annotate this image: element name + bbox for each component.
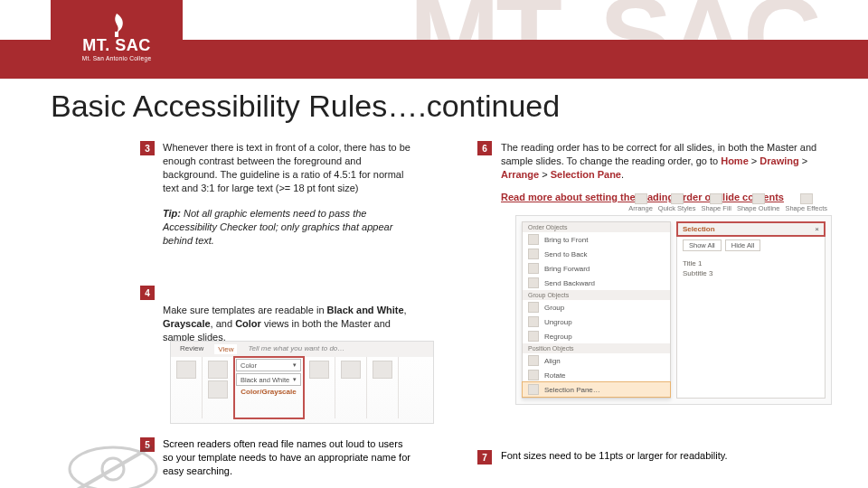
- flame-icon: [105, 13, 128, 38]
- ribbon-icon: [176, 361, 196, 379]
- logo-subtext: Mt. San Antonio College: [82, 55, 152, 61]
- tell-me-box: Tell me what you want to do…: [248, 344, 344, 354]
- drawing-toolbar: Arrange Quick Styles Shape Fill Shape Ou…: [628, 192, 827, 212]
- close-icon: ×: [815, 225, 819, 233]
- selection-item: Title 1: [683, 258, 819, 268]
- ribbon-icon: [309, 361, 329, 379]
- menu-item-regroup: Regroup: [523, 329, 670, 343]
- ribbon-icon: [373, 361, 392, 379]
- ribbon-icon: [208, 380, 228, 399]
- menu-item-selection-pane: Selection Pane…: [523, 382, 670, 397]
- menu-item-align: Align: [523, 353, 670, 368]
- tab-view: View: [214, 344, 237, 354]
- arrange-selection-screenshot: Arrange Quick Styles Shape Fill Shape Ou…: [515, 215, 832, 405]
- selection-item: Subtitle 3: [683, 268, 819, 278]
- tab-review: Review: [180, 344, 203, 354]
- shape-effects-icon: [800, 193, 813, 204]
- logo-text: MT. SAC: [82, 36, 152, 55]
- shape-outline-icon: [752, 193, 765, 204]
- shape-fill-icon: [710, 193, 722, 204]
- rule-badge-6: 6: [477, 141, 492, 155]
- arrange-icon: [635, 193, 647, 204]
- ribbon-icon: [208, 361, 228, 379]
- bw-dropdown: Black and White: [236, 373, 301, 386]
- menu-item-ungroup: Ungroup: [523, 314, 670, 329]
- page-title: Basic Accessibility Rules….continued: [51, 89, 560, 124]
- accessibility-eye-icon: [63, 437, 163, 488]
- view-ribbon-screenshot: Review View Tell me what you want to do……: [170, 341, 434, 424]
- menu-item-bring-to-front: Bring to Front: [523, 232, 670, 247]
- selection-pane-caption: Selection: [683, 225, 715, 233]
- hide-all-button: Hide All: [725, 239, 760, 251]
- logo-chip: MT. SAC Mt. San Antonio College: [51, 0, 183, 74]
- rule-badge-3: 3: [140, 141, 155, 155]
- menu-item-send-to-back: Send to Back: [523, 247, 670, 261]
- color-dropdown: Color: [236, 359, 301, 371]
- menu-header: Order Objects: [523, 222, 670, 232]
- rule-3-text: Whenever there is text in front of a col…: [163, 141, 416, 194]
- rule-5-text: Screen readers often read file names out…: [163, 437, 416, 478]
- rule-badge-7: 7: [477, 450, 492, 465]
- menu-item-send-backward: Send Backward: [523, 276, 670, 290]
- rule-3-tip: Tip: Not all graphic elements need to pa…: [163, 207, 416, 248]
- left-column: Whenever there is text in front of a col…: [163, 141, 416, 343]
- arrange-dropdown: Order Objects Bring to Front Send to Bac…: [522, 221, 671, 399]
- rule-4-text: Make sure templates are readable in Blac…: [163, 304, 416, 344]
- menu-header: Position Objects: [523, 343, 670, 353]
- selection-pane: Selection× Show All Hide All Title 1 Sub…: [676, 221, 826, 399]
- menu-header: Group Objects: [523, 290, 670, 300]
- rule-badge-4: 4: [140, 286, 155, 300]
- color-grayscale-group: Color Black and White Color/Grayscale: [234, 357, 304, 418]
- menu-item-bring-forward: Bring Forward: [523, 261, 670, 276]
- menu-item-rotate: Rotate: [523, 368, 670, 382]
- rule-6-text: The reading order has to be correct for …: [501, 141, 826, 182]
- header: MT. SAC Mt. San Antonio College: [0, 0, 868, 81]
- group-label: Color/Grayscale: [241, 388, 296, 396]
- ribbon-icon: [341, 361, 361, 379]
- quick-styles-icon: [671, 193, 684, 204]
- show-all-button: Show All: [683, 239, 722, 251]
- menu-item-group: Group: [523, 300, 670, 314]
- rule-7-text: Font sizes need to be 11pts or larger fo…: [501, 450, 826, 461]
